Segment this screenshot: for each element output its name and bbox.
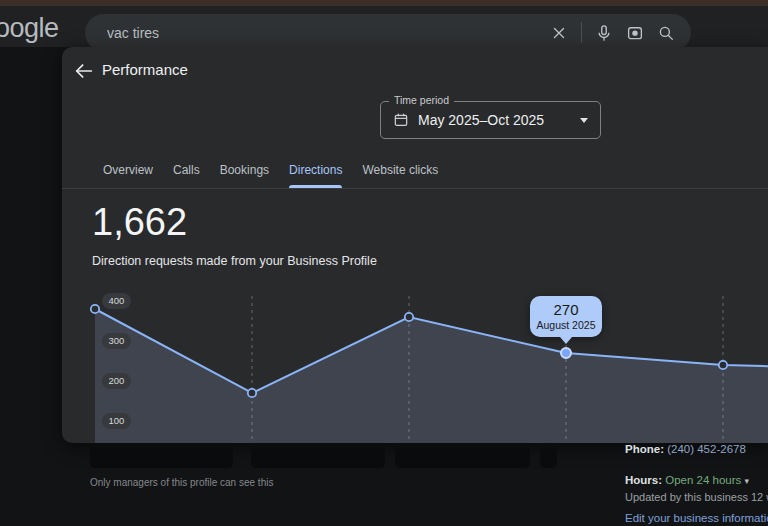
updated-text: Updated by this business 12 wee <box>625 491 768 503</box>
redacted-chip[interactable] <box>90 447 233 468</box>
redacted-chip[interactable] <box>540 447 557 468</box>
tooltip-value: 270 <box>530 301 602 318</box>
tab-bookings[interactable]: Bookings <box>220 152 269 188</box>
tab-website-clicks[interactable]: Website clicks <box>362 152 438 188</box>
search-input[interactable] <box>105 24 537 42</box>
time-period-select[interactable]: Time period May 2025–Oct 2025 <box>380 101 601 139</box>
search-icon[interactable] <box>657 24 675 42</box>
data-point[interactable] <box>91 305 99 313</box>
phone-row: Phone: (240) 452-2678 <box>625 443 746 455</box>
search-header: oogle <box>0 0 768 47</box>
chart-area-fill <box>95 309 768 443</box>
y-axis-label: 100 <box>102 413 131 429</box>
y-axis-label: 400 <box>102 293 131 309</box>
window-top-edge <box>0 0 768 6</box>
clear-icon[interactable] <box>550 24 568 42</box>
screen: oogle <box>0 0 768 526</box>
performance-panel: Performance Time period May 2025–Oct 202… <box>62 47 768 443</box>
chart-tooltip: 270 August 2025 <box>530 296 602 337</box>
back-button[interactable] <box>70 57 98 85</box>
hours-row: Hours: Open 24 hours ▾ <box>625 474 749 486</box>
time-period-value: May 2025–Oct 2025 <box>418 112 544 128</box>
metric-description: Direction requests made from your Busine… <box>92 254 377 268</box>
visibility-caption: Only managers of this profile can see th… <box>90 477 273 488</box>
tab-directions[interactable]: Directions <box>289 152 342 188</box>
hours-caret-icon[interactable]: ▾ <box>745 476 750 486</box>
tab-overview[interactable]: Overview <box>103 152 153 188</box>
data-point[interactable] <box>405 313 413 321</box>
phone-label: Phone: <box>625 443 664 455</box>
data-point[interactable] <box>248 389 256 397</box>
search-bar[interactable] <box>85 14 691 51</box>
time-period-label: Time period <box>389 94 454 106</box>
calendar-icon <box>393 112 409 128</box>
y-axis-label: 200 <box>102 373 131 389</box>
direction-requests-chart <box>62 290 768 443</box>
divider <box>581 22 582 43</box>
page-title: Performance <box>102 61 188 78</box>
y-axis-label: 300 <box>102 333 131 349</box>
phone-number[interactable]: (240) 452-2678 <box>667 443 746 455</box>
lens-icon[interactable] <box>626 24 644 42</box>
back-arrow-icon <box>73 60 95 82</box>
tooltip-label: August 2025 <box>530 319 602 331</box>
google-logo-partial[interactable]: oogle <box>0 13 59 44</box>
redacted-chip[interactable] <box>251 447 385 468</box>
hours-label: Hours: <box>625 474 662 486</box>
data-point[interactable] <box>719 361 727 369</box>
edit-business-link[interactable]: Edit your business information <box>625 512 768 524</box>
redacted-chip[interactable] <box>395 447 530 468</box>
business-info: Phone: (240) 452-2678 Hours: Open 24 hou… <box>625 443 768 526</box>
metric-value: 1,662 <box>92 199 187 245</box>
tab-calls[interactable]: Calls <box>173 152 200 188</box>
data-point-highlighted[interactable] <box>561 348 571 358</box>
chart-area: 100200300400 270 August 2025 <box>62 290 768 443</box>
microphone-icon[interactable] <box>595 24 613 42</box>
hours-value[interactable]: Open 24 hours <box>665 474 741 486</box>
performance-tabs: Overview Calls Bookings Directions Websi… <box>62 152 768 189</box>
dropdown-caret-icon <box>580 118 588 123</box>
